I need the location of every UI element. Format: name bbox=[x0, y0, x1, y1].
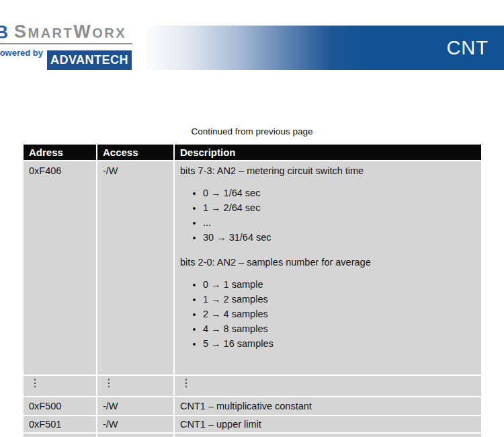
page-title: CNT bbox=[446, 37, 489, 59]
ellipsis-cell: ⋮ bbox=[175, 376, 481, 396]
description-line: bits 7-3: AN2 – metering circuit switch … bbox=[180, 165, 476, 177]
list-item: 4 → 8 samples bbox=[203, 321, 476, 336]
cell-description: bits 7-3: AN2 – metering circuit switch … bbox=[175, 161, 481, 374]
samples-number-list: 0 → 1 sample 1 → 2 samples 2 → 4 samples… bbox=[180, 277, 476, 351]
page-header-bar: CNT bbox=[142, 26, 504, 70]
bb-logo-letter: B bbox=[0, 22, 9, 43]
list-item: 0 → 1 sample bbox=[203, 277, 476, 292]
list-item: 1 → 2 samples bbox=[203, 292, 476, 307]
cell-address: 0xF406 bbox=[24, 161, 96, 374]
list-item: 30 → 31/64 sec bbox=[203, 230, 476, 245]
cell-address: 0xF502 bbox=[24, 434, 96, 437]
cell-access: -/W bbox=[97, 397, 173, 415]
col-header-access: Access bbox=[97, 145, 173, 160]
smartworx-logo: SMARTWORX bbox=[14, 22, 126, 42]
ellipsis-cell: ⋮ bbox=[97, 376, 173, 396]
switch-time-list: 0 → 1/64 sec 1 → 2/64 sec ... 30 → 31/64… bbox=[180, 186, 476, 245]
col-header-address: Adress bbox=[24, 145, 96, 160]
continued-note: Continued from previous page bbox=[0, 126, 504, 136]
description-line: bits 2-0: AN2 – samples number for avera… bbox=[180, 257, 476, 268]
powered-by-label: Powered by bbox=[0, 48, 43, 58]
logo-divider-line bbox=[0, 43, 132, 44]
list-item: ... bbox=[203, 215, 476, 230]
cell-description: CNT1 – multiplicative constant bbox=[175, 397, 481, 415]
advantech-logo: ADVANTECH bbox=[47, 50, 132, 70]
list-item: 5 → 16 samples bbox=[203, 336, 476, 351]
col-header-description: Description bbox=[175, 145, 481, 160]
cell-address: 0xF500 bbox=[24, 397, 96, 415]
cell-access: -/W bbox=[97, 434, 173, 437]
cell-description: CNT1 – upper limit bbox=[175, 416, 481, 432]
smartworx-logo-part: ORX bbox=[92, 26, 126, 40]
list-item: 0 → 1/64 sec bbox=[203, 186, 476, 200]
ellipsis-cell: ⋮ bbox=[24, 376, 96, 396]
cell-access: -/W bbox=[97, 161, 173, 374]
smartworx-logo-part: W bbox=[73, 22, 92, 42]
smartworx-logo-part: MART bbox=[28, 26, 74, 40]
register-table: Adress Access Description 0xF406 -/W bit… bbox=[24, 145, 481, 437]
manual-page: B SMARTWORX Powered by ADVANTECH CNT Con… bbox=[0, 0, 504, 437]
advantech-logo-text: ADVANTECH bbox=[50, 53, 128, 67]
cell-access: -/W bbox=[97, 416, 173, 432]
list-item: 2 → 4 samples bbox=[203, 307, 476, 321]
cell-description: CNT1 – value of limits overrun [sec] bbox=[175, 434, 481, 437]
smartworx-logo-part: S bbox=[14, 22, 28, 42]
cell-address: 0xF501 bbox=[24, 416, 96, 432]
list-item: 1 → 2/64 sec bbox=[203, 200, 476, 215]
